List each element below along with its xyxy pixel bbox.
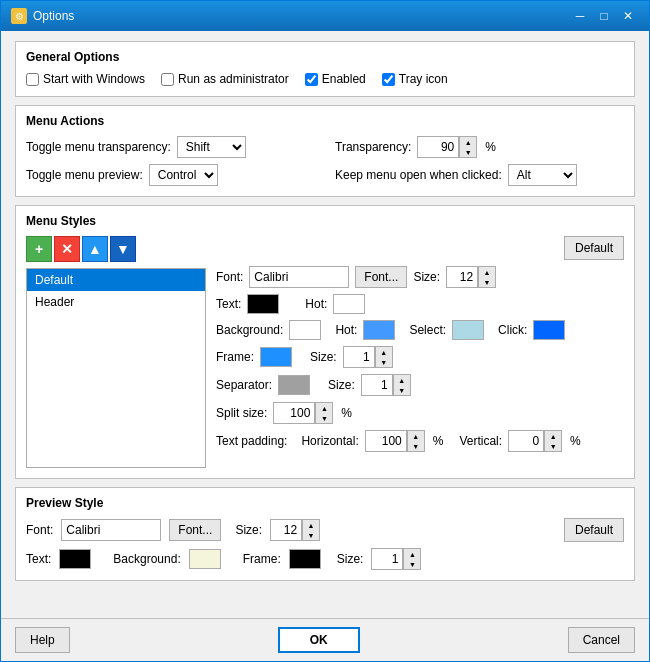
font-input[interactable] <box>249 266 349 288</box>
keep-open-select[interactable]: Alt Shift Control None <box>508 164 577 186</box>
text-color-box[interactable] <box>247 294 279 314</box>
frame-size-down[interactable]: ▼ <box>376 357 392 367</box>
remove-style-button[interactable]: ✕ <box>54 236 80 262</box>
frame-size-input[interactable] <box>343 346 375 368</box>
minimize-button[interactable]: ─ <box>569 6 591 26</box>
style-item-header[interactable]: Header <box>27 291 205 313</box>
click-label: Click: <box>498 323 527 337</box>
split-size-input[interactable] <box>273 402 315 424</box>
separator-size-down[interactable]: ▼ <box>394 385 410 395</box>
font-row: Font: Font... Size: ▲ ▼ <box>216 266 624 288</box>
style-default-button[interactable]: Default <box>564 236 624 260</box>
menu-styles-title: Menu Styles <box>26 214 624 228</box>
frame-size-up[interactable]: ▲ <box>376 347 392 357</box>
size-spinner: ▲ ▼ <box>446 266 496 288</box>
preview-size-down[interactable]: ▼ <box>303 530 319 540</box>
preview-default-button[interactable]: Default <box>564 518 624 542</box>
help-button[interactable]: Help <box>15 627 70 653</box>
horizontal-input[interactable] <box>365 430 407 452</box>
run-as-admin-label[interactable]: Run as administrator <box>161 72 289 86</box>
run-as-admin-checkbox[interactable] <box>161 73 174 86</box>
start-with-windows-label[interactable]: Start with Windows <box>26 72 145 86</box>
bottom-bar: Help OK Cancel <box>1 618 649 661</box>
preview-background-color-box[interactable] <box>189 549 221 569</box>
preview-size-input[interactable] <box>270 519 302 541</box>
split-size-down[interactable]: ▼ <box>316 413 332 423</box>
separator-size-input[interactable] <box>361 374 393 396</box>
keep-open-row: Keep menu open when clicked: Alt Shift C… <box>335 164 624 186</box>
toggle-transparency-select[interactable]: Shift Control Alt None <box>177 136 246 158</box>
cancel-button[interactable]: Cancel <box>568 627 635 653</box>
tray-icon-label[interactable]: Tray icon <box>382 72 448 86</box>
styles-toolbar: + ✕ ▲ ▼ <box>26 236 206 262</box>
bg-hot-color-box[interactable] <box>363 320 395 340</box>
size-input[interactable] <box>446 266 478 288</box>
select-color-box[interactable] <box>452 320 484 340</box>
separator-size-label: Size: <box>328 378 355 392</box>
title-controls: ─ □ ✕ <box>569 6 639 26</box>
size-label: Size: <box>413 270 440 284</box>
split-size-up[interactable]: ▲ <box>316 403 332 413</box>
size-spinner-buttons: ▲ ▼ <box>478 266 496 288</box>
window-icon: ⚙ <box>11 8 27 24</box>
enabled-label[interactable]: Enabled <box>305 72 366 86</box>
font-button[interactable]: Font... <box>355 266 407 288</box>
preview-size2-down[interactable]: ▼ <box>404 559 420 569</box>
horizontal-up[interactable]: ▲ <box>408 431 424 441</box>
transparency-down-button[interactable]: ▼ <box>460 147 476 157</box>
horizontal-label: Horizontal: <box>301 434 358 448</box>
frame-row: Frame: Size: ▲ ▼ <box>216 346 624 368</box>
click-color-box[interactable] <box>533 320 565 340</box>
move-down-button[interactable]: ▼ <box>110 236 136 262</box>
separator-label: Separator: <box>216 378 272 392</box>
preview-text-color-box[interactable] <box>59 549 91 569</box>
close-button[interactable]: ✕ <box>617 6 639 26</box>
transparency-label: Transparency: <box>335 140 411 154</box>
transparency-up-button[interactable]: ▲ <box>460 137 476 147</box>
menu-styles-section: Menu Styles + ✕ ▲ ▼ Default Header <box>15 205 635 479</box>
horizontal-down[interactable]: ▼ <box>408 441 424 451</box>
text-padding-label: Text padding: <box>216 434 287 448</box>
separator-row: Separator: Size: ▲ ▼ <box>216 374 624 396</box>
preview-size2-up[interactable]: ▲ <box>404 549 420 559</box>
split-size-unit: % <box>341 406 352 420</box>
start-with-windows-checkbox[interactable] <box>26 73 39 86</box>
style-item-default[interactable]: Default <box>27 269 205 291</box>
preview-size2-buttons: ▲ ▼ <box>403 548 421 570</box>
preview-frame-color-box[interactable] <box>289 549 321 569</box>
start-with-windows-text: Start with Windows <box>43 72 145 86</box>
horizontal-spinner-buttons: ▲ ▼ <box>407 430 425 452</box>
transparency-input[interactable] <box>417 136 459 158</box>
ok-button[interactable]: OK <box>278 627 360 653</box>
preview-size-buttons: ▲ ▼ <box>302 519 320 541</box>
split-size-buttons: ▲ ▼ <box>315 402 333 424</box>
toggle-transparency-label: Toggle menu transparency: <box>26 140 171 154</box>
menu-actions-grid: Toggle menu transparency: Shift Control … <box>26 136 624 186</box>
transparency-spinner-buttons: ▲ ▼ <box>459 136 477 158</box>
background-color-box[interactable] <box>289 320 321 340</box>
preview-style-title: Preview Style <box>26 496 624 510</box>
vertical-spinner: ▲ ▼ <box>508 430 562 452</box>
preview-size-up[interactable]: ▲ <box>303 520 319 530</box>
enabled-checkbox[interactable] <box>305 73 318 86</box>
vertical-down[interactable]: ▼ <box>545 441 561 451</box>
tray-icon-checkbox[interactable] <box>382 73 395 86</box>
preview-font-button[interactable]: Font... <box>169 519 221 541</box>
preview-color-row: Text: Background: Frame: Size: ▲ ▼ <box>26 548 624 570</box>
vertical-input[interactable] <box>508 430 544 452</box>
vertical-up[interactable]: ▲ <box>545 431 561 441</box>
preview-font-input[interactable] <box>61 519 161 541</box>
separator-size-up[interactable]: ▲ <box>394 375 410 385</box>
maximize-button[interactable]: □ <box>593 6 615 26</box>
size-down-button[interactable]: ▼ <box>479 277 495 287</box>
preview-size2-input[interactable] <box>371 548 403 570</box>
preview-font-row: Font: Font... Size: ▲ ▼ Default <box>26 518 624 542</box>
size-up-button[interactable]: ▲ <box>479 267 495 277</box>
toggle-preview-select[interactable]: Control Shift Alt None <box>149 164 218 186</box>
add-style-button[interactable]: + <box>26 236 52 262</box>
frame-color-box[interactable] <box>260 347 292 367</box>
separator-size-buttons: ▲ ▼ <box>393 374 411 396</box>
move-up-button[interactable]: ▲ <box>82 236 108 262</box>
hot-color-box[interactable] <box>333 294 365 314</box>
separator-color-box[interactable] <box>278 375 310 395</box>
